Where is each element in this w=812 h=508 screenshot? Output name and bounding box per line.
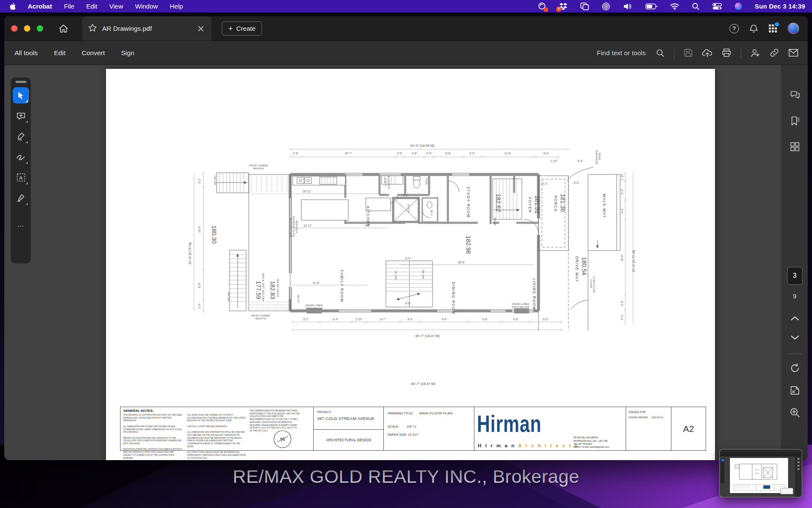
stair-label: DN 14R (227, 292, 230, 301)
tool-flyout-indicator (26, 100, 28, 102)
menu-bar-clock[interactable]: Sun Dec 3 14:39 (755, 3, 805, 10)
dim-label: 6'-8" (198, 282, 201, 288)
fit-page-button[interactable] (789, 384, 800, 397)
dropbox-icon[interactable]: 7 (559, 3, 568, 10)
project-label: PROJECT: (317, 411, 380, 413)
dim-label: 36'-6" (458, 261, 465, 264)
control-center-icon[interactable] (712, 3, 722, 10)
dim-right-total: 32'-0" [9.75 M] (632, 250, 635, 272)
all-tools-menu[interactable]: All tools (15, 49, 38, 57)
notifications-bell-icon[interactable] (749, 24, 758, 33)
panel-drag-handle[interactable] (15, 81, 26, 83)
document-tab[interactable]: AR Drawings.pdf (82, 16, 212, 41)
menu-edit[interactable]: Edit (86, 3, 97, 10)
siri-icon[interactable] (735, 3, 742, 10)
airplay-ripple-icon[interactable] (602, 2, 610, 11)
dim-label: 6'-4" (333, 318, 339, 321)
dim-label: 5'-4" (544, 152, 550, 155)
dim-label: 5'-2" (303, 318, 309, 321)
fill-sign-tool[interactable] (13, 190, 29, 206)
svg-text:A: A (19, 175, 23, 180)
menu-window[interactable]: Window (135, 3, 158, 10)
minimize-window-button[interactable] (24, 25, 30, 32)
menu-help[interactable]: Help (170, 3, 183, 10)
dim-label: 6'-6" (446, 152, 452, 155)
select-tool[interactable] (13, 87, 29, 103)
dim-label: 16'-8" (621, 254, 624, 261)
app-switcher-grid-icon[interactable] (768, 24, 777, 33)
add-user-icon[interactable] (750, 48, 760, 57)
issued-detail: ZONING REVIEW (629, 416, 648, 419)
room-walkway: WALK WAY (602, 194, 606, 218)
stair-label: UP 18R (394, 271, 397, 280)
highlight-tool[interactable] (13, 128, 29, 145)
fireplace-note: GAS FIRE PLACE (305, 307, 323, 310)
home-icon[interactable] (53, 24, 74, 33)
architect-address: 46 MCCALLUM DRIVE RICHMOND HILL,ON. ,L4C… (574, 436, 609, 449)
dim-label: 6'-2" (543, 318, 549, 321)
search-icon[interactable] (656, 49, 665, 57)
upload-cloud-icon[interactable] (702, 48, 712, 57)
star-icon[interactable] (88, 24, 97, 34)
page-thumbnails-icon[interactable] (790, 140, 800, 153)
menu-view[interactable]: View (109, 3, 123, 10)
brokerage-banner-text: RE/MAX GOLD REALTY INC., Brokerage (0, 466, 812, 487)
dim-label: 6'-7" (380, 318, 386, 321)
kitchen-island (301, 200, 348, 220)
sign-menu[interactable]: Sign (121, 49, 134, 57)
current-page-input[interactable]: 3 (787, 267, 803, 285)
title-block: GENERAL NOTES: THIS DRAWING IS COPYRIGHT… (120, 407, 706, 451)
dim-label: 3'-0" (621, 314, 624, 320)
stair-label: DN 2R (494, 218, 496, 226)
wc-toilet (427, 201, 432, 208)
drawing-title-cell: DRAWING TITLE: MAIN FLOOR PLAN SCALE: 1/… (384, 407, 474, 450)
status-app-icon[interactable] (538, 2, 546, 10)
sheet-number: A2 (671, 407, 706, 450)
wifi-icon[interactable] (670, 3, 679, 10)
comments-panel-icon[interactable] (789, 89, 800, 102)
close-window-button[interactable] (11, 25, 18, 32)
zoom-window-button[interactable] (37, 25, 43, 32)
previous-page-button[interactable] (790, 312, 800, 325)
bookmarks-panel-icon[interactable] (789, 115, 800, 127)
next-page-button[interactable] (790, 331, 800, 344)
more-tools-button[interactable]: ... (13, 216, 29, 233)
menu-acrobat[interactable]: Acrobat (28, 3, 52, 10)
help-icon[interactable]: ? (730, 24, 739, 33)
canopy-note: AT MAIN FLOOR (593, 276, 595, 293)
wc-door-swing (422, 210, 430, 218)
logo-firm-name: H i r m a n (478, 443, 516, 448)
tab-close-icon[interactable] (198, 26, 204, 32)
comment-tool[interactable] (13, 108, 29, 124)
rotate-page-button[interactable] (789, 362, 800, 375)
edit-menu[interactable]: Edit (54, 49, 65, 57)
stair-top-left (217, 173, 249, 193)
print-icon[interactable] (722, 48, 731, 57)
create-button[interactable]: + Create (222, 21, 262, 35)
convert-menu[interactable]: Convert (82, 49, 105, 57)
find-text-label[interactable]: Find text or tools (597, 49, 646, 57)
volume-icon[interactable] (623, 3, 633, 10)
dim-label: 4'-0" (408, 318, 414, 321)
menu-file[interactable]: File (64, 3, 74, 10)
battery-icon[interactable] (645, 3, 657, 9)
general-notes-cell: GENERAL NOTES: THIS DRAWING IS COPYRIGHT… (121, 407, 314, 450)
stage-manager-icon[interactable] (580, 3, 589, 10)
draw-tool[interactable] (13, 149, 29, 165)
dim-label: 21'-6" (313, 281, 320, 284)
dim-label: 5'-0" (574, 181, 580, 184)
email-icon[interactable] (788, 49, 798, 57)
dim-label: 3'-2" (198, 178, 201, 184)
pdf-page[interactable]: 61'-0" [18.59 M] 2'-5" 20'-7" 2'-0" 4'-6… (106, 69, 715, 460)
screenshot-preview-thumbnail[interactable] (719, 449, 802, 497)
fireplace-note: GAS FIRE PLACE (512, 306, 530, 308)
user-avatar[interactable] (788, 23, 799, 34)
dim-label: 8'-0" (406, 302, 412, 305)
thumb-pdf-page (730, 458, 788, 493)
text-select-tool[interactable]: A (13, 169, 29, 186)
zoom-in-button[interactable] (789, 406, 800, 419)
link-icon[interactable] (770, 48, 779, 57)
apple-menu-icon[interactable] (9, 3, 16, 10)
dim-label: 4'-0" (470, 152, 476, 155)
spotlight-search-icon[interactable] (692, 3, 700, 10)
